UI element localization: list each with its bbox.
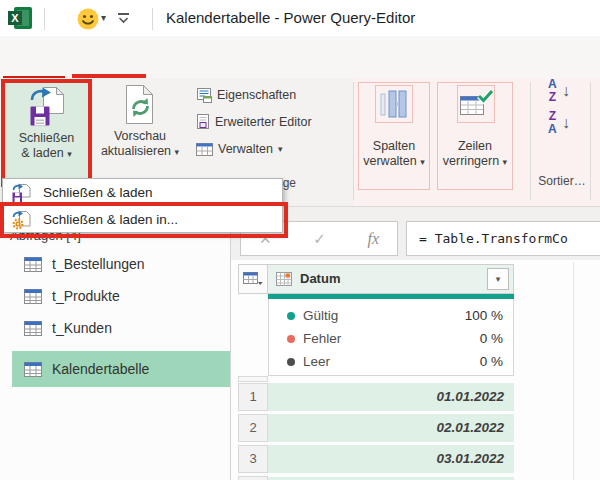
menu-item-close-load[interactable]: Schließen & laden (3, 179, 282, 206)
row-number[interactable]: 1 (238, 383, 268, 411)
refresh-label-line1: Vorschau (92, 129, 188, 144)
column-quality-panel: Gültig 100 % Fehler 0 % Leer 0 % (268, 299, 514, 376)
formula-input[interactable]: = Table.TransformCo (406, 221, 600, 256)
advanced-editor-icon (196, 114, 210, 130)
row-header-strip (238, 376, 268, 382)
dropdown-arrow-icon: ▾ (278, 144, 283, 154)
power-query-editor-window: X ▾ Kalendertabelle - Power Query-Editor… (0, 0, 600, 480)
table-cell-date[interactable]: 02.01.2022 (268, 414, 514, 442)
column-header-datum[interactable]: Datum ▾ (268, 264, 514, 294)
dropdown-arrow-icon: ▾ (175, 147, 180, 157)
formula-text[interactable]: = Table.TransformCo (407, 222, 600, 255)
close-load-dropdown-menu: Schließen & laden Schließen & laden in..… (2, 178, 283, 233)
quality-row-error: Fehler 0 % (269, 328, 513, 351)
column-filter-button[interactable]: ▾ (487, 268, 509, 290)
close-and-load-button[interactable]: Schließen & laden ▾ (1, 79, 92, 187)
date-type-icon[interactable] (276, 272, 293, 287)
sort-za-button[interactable]: ZA ↓ (546, 110, 578, 140)
query-item-t-bestellungen[interactable]: t_Bestellungen (12, 248, 230, 280)
table-icon (24, 289, 42, 304)
query-name: Kalendertabelle (52, 361, 149, 377)
row-number[interactable]: 2 (238, 414, 268, 442)
query-item-kalendertabelle-selected[interactable]: Kalendertabelle (12, 351, 230, 387)
sort-az-letter-z: Z (548, 91, 557, 104)
close-load-icon (28, 86, 66, 128)
reduce-rows-label-line2: verringern (443, 154, 499, 168)
ribbon-divider (530, 82, 531, 200)
reduce-rows-icon (459, 89, 493, 119)
table-menu-icon (243, 272, 263, 286)
pane-edge-divider (573, 262, 574, 480)
svg-text:X: X (11, 12, 19, 24)
properties-button[interactable]: Eigenschaften (196, 86, 296, 104)
down-arrow-icon: ↓ (562, 114, 570, 132)
confirm-icon[interactable]: ✓ (313, 230, 326, 248)
menu-item-label: Schließen & laden in... (43, 212, 178, 227)
dropdown-arrow-icon: ▾ (496, 274, 501, 284)
title-bar: X ▾ Kalendertabelle - Power Query-Editor (0, 0, 600, 36)
quality-row-empty: Leer 0 % (269, 351, 513, 374)
query-name: t_Produkte (52, 288, 120, 304)
row-number[interactable]: 3 (238, 445, 268, 473)
ribbon-divider (353, 82, 354, 200)
query-item-t-produkte[interactable]: t_Produkte (12, 280, 230, 312)
properties-icon (196, 88, 212, 103)
query-item-t-kunden[interactable]: t_Kunden (12, 312, 230, 344)
table-icon (24, 362, 42, 377)
menu-item-label: Schließen & laden (43, 185, 153, 200)
quality-label: Gültig (303, 308, 338, 323)
close-load-label-line1: Schließen (5, 131, 88, 146)
quality-value: 0 % (480, 331, 503, 346)
quality-row-valid: Gültig 100 % (269, 305, 513, 328)
close-load-label-line2: & laden (21, 146, 63, 160)
query-name: t_Bestellungen (52, 256, 145, 272)
row-number[interactable] (238, 476, 268, 480)
manage-button[interactable]: Verwalten ▾ (196, 140, 282, 158)
dropdown-arrow-icon: ▾ (67, 149, 72, 159)
sort-za-letter-a: A (548, 123, 557, 136)
sort-group-label: Sortier… (532, 174, 592, 188)
customize-quick-access-icon[interactable] (117, 12, 131, 25)
dropdown-arrow-icon: ▾ (420, 157, 425, 167)
empty-dot-icon (287, 358, 295, 366)
down-arrow-icon: ↓ (562, 82, 570, 100)
quality-label: Fehler (303, 331, 341, 346)
quality-value: 100 % (465, 308, 503, 323)
valid-dot-icon (287, 312, 295, 320)
excel-logo-icon: X (7, 6, 33, 30)
titlebar-divider (44, 8, 45, 30)
error-dot-icon (287, 335, 295, 343)
smiley-icon[interactable] (76, 7, 100, 31)
advanced-editor-label: Erweiterter Editor (215, 115, 312, 129)
manage-columns-button[interactable]: Spalten verwalten ▾ (358, 82, 430, 190)
table-icon (24, 321, 42, 336)
column-name: Datum (300, 265, 340, 293)
close-load-to-icon (11, 210, 31, 230)
manage-columns-label-line2: verwalten (363, 154, 417, 168)
manage-columns-icon (376, 87, 412, 121)
table-cell-date[interactable]: 01.01.2022 (268, 383, 514, 411)
manage-label: Verwalten (218, 142, 273, 156)
advanced-editor-button[interactable]: Erweiterter Editor (196, 113, 312, 131)
refresh-label-line2: aktualisieren (101, 144, 171, 158)
titlebar-divider (152, 8, 153, 30)
refresh-preview-icon (124, 84, 156, 126)
table-cell-date[interactable]: 03.01.2022 (268, 445, 514, 473)
close-load-icon (11, 183, 31, 203)
window-title: Kalendertabelle - Power Query-Editor (166, 9, 415, 26)
manage-columns-label-line1: Spalten (359, 139, 429, 154)
menu-item-close-load-to[interactable]: Schließen & laden in... (3, 206, 282, 233)
select-all-corner-button[interactable] (238, 264, 268, 294)
reduce-rows-button[interactable]: Zeilen verringern ▾ (437, 82, 513, 190)
chevron-down-icon[interactable]: ▾ (101, 12, 106, 23)
quality-label: Leer (303, 354, 330, 369)
refresh-preview-button[interactable]: Vorschau aktualisieren ▾ (92, 82, 188, 190)
quality-value: 0 % (480, 354, 503, 369)
fx-icon[interactable]: fx (367, 230, 379, 248)
sort-az-button[interactable]: AZ ↓ (546, 78, 578, 108)
dropdown-arrow-icon: ▾ (503, 157, 508, 167)
properties-label: Eigenschaften (217, 88, 296, 102)
ribbon-tab-strip: Datei Start Transformieren Spalte hinzuf… (0, 36, 600, 78)
table-icon (24, 257, 42, 272)
manage-icon (196, 143, 213, 156)
